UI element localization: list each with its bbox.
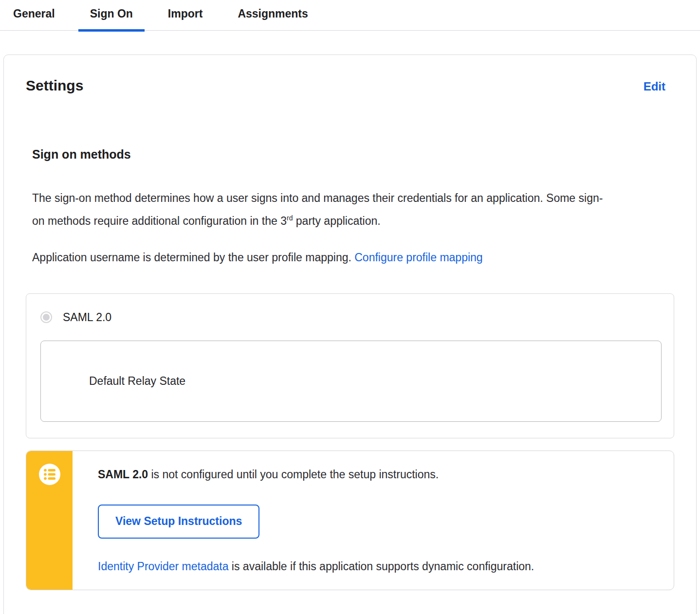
edit-button[interactable]: Edit [644,80,665,93]
saml-radio-label: SAML 2.0 [63,311,111,324]
app-tab-bar: General Sign On Import Assignments [0,0,700,31]
tab-general[interactable]: General [1,7,67,30]
sign-on-method-description: The sign-on method determines how a user… [32,187,604,233]
tab-assignments[interactable]: Assignments [226,7,319,30]
description-superscript: rd [287,214,293,222]
callout-message: SAML 2.0 is not configured until you com… [98,466,654,483]
callout-message-bold: SAML 2.0 [98,468,148,481]
callout-body: SAML 2.0 is not configured until you com… [73,451,674,590]
default-relay-state-label: Default Relay State [89,375,185,388]
section-heading: Sign on methods [32,147,674,162]
page-title: Settings [26,77,83,94]
metadata-note-rest: is available if this application support… [228,560,534,573]
tab-import[interactable]: Import [156,7,215,30]
identity-provider-metadata-link[interactable]: Identity Provider metadata [98,560,228,573]
sign-on-methods-section: Sign on methods The sign-on method deter… [26,147,674,590]
default-relay-state-field: Default Relay State [40,341,662,422]
list-icon [38,463,61,486]
configure-profile-mapping-link[interactable]: Configure profile mapping [354,251,482,264]
username-note: Application username is determined by th… [32,246,604,269]
tab-sign-on[interactable]: Sign On [78,7,145,30]
settings-card-header: Settings Edit [26,77,674,94]
saml-radio-row: SAML 2.0 [40,310,662,324]
metadata-note: Identity Provider metadata is available … [98,558,654,575]
saml-not-configured-callout: SAML 2.0 is not configured until you com… [26,451,674,590]
settings-card: Settings Edit Sign on methods The sign-o… [3,54,697,614]
saml-radio-button[interactable] [40,311,52,323]
saml-option-box: SAML 2.0 Default Relay State [26,293,674,438]
view-setup-instructions-button[interactable]: View Setup Instructions [98,505,259,539]
callout-message-rest: is not configured until you complete the… [148,468,439,481]
description-text-tail: party application. [293,215,380,227]
callout-warning-stripe [26,451,73,590]
username-note-text: Application username is determined by th… [32,251,354,264]
